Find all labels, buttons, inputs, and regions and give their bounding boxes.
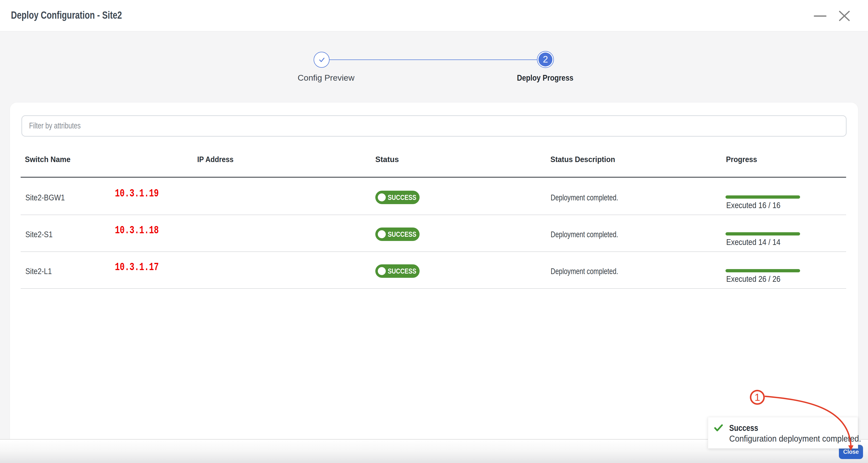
svg-text:1: 1	[754, 392, 760, 403]
